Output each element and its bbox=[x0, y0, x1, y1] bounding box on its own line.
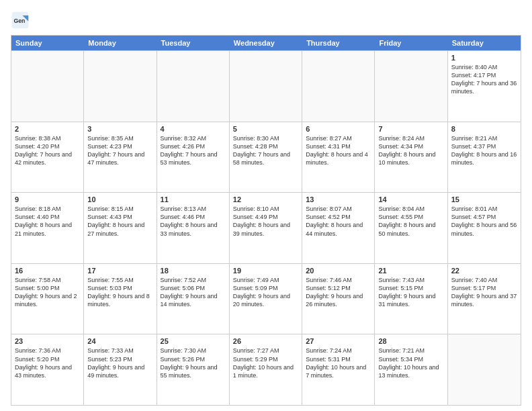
day-cell-4: 4Sunrise: 8:32 AM Sunset: 4:26 PM Daylig… bbox=[157, 122, 230, 193]
day-number: 19 bbox=[233, 267, 298, 275]
day-detail: Sunrise: 7:52 AM Sunset: 5:06 PM Dayligh… bbox=[161, 276, 226, 309]
day-cell-2: 2Sunrise: 8:38 AM Sunset: 4:20 PM Daylig… bbox=[11, 122, 84, 193]
day-cell-5: 5Sunrise: 8:30 AM Sunset: 4:28 PM Daylig… bbox=[230, 122, 302, 193]
day-cell-11: 11Sunrise: 8:13 AM Sunset: 4:46 PM Dayli… bbox=[157, 193, 230, 263]
day-number: 16 bbox=[15, 267, 80, 275]
day-cell-12: 12Sunrise: 8:10 AM Sunset: 4:49 PM Dayli… bbox=[230, 193, 302, 263]
day-detail: Sunrise: 7:49 AM Sunset: 5:09 PM Dayligh… bbox=[233, 276, 298, 309]
logo-icon: Gen bbox=[11, 11, 30, 30]
empty-cell bbox=[11, 51, 84, 122]
logo: Gen bbox=[11, 11, 31, 30]
day-number: 18 bbox=[161, 267, 226, 275]
day-cell-1: 1Sunrise: 8:40 AM Sunset: 4:17 PM Daylig… bbox=[448, 51, 521, 122]
day-detail: Sunrise: 8:18 AM Sunset: 4:40 PM Dayligh… bbox=[15, 205, 80, 238]
day-cell-20: 20Sunrise: 7:46 AM Sunset: 5:12 PM Dayli… bbox=[302, 264, 375, 334]
day-cell-26: 26Sunrise: 7:27 AM Sunset: 5:29 PM Dayli… bbox=[230, 334, 302, 405]
header-day-sunday: Sunday bbox=[11, 36, 84, 50]
calendar-header: SundayMondayTuesdayWednesdayThursdayFrid… bbox=[11, 36, 521, 50]
header: Gen bbox=[11, 11, 521, 30]
day-cell-6: 6Sunrise: 8:27 AM Sunset: 4:31 PM Daylig… bbox=[302, 122, 375, 193]
day-detail: Sunrise: 7:55 AM Sunset: 5:03 PM Dayligh… bbox=[87, 276, 152, 309]
day-detail: Sunrise: 7:58 AM Sunset: 5:00 PM Dayligh… bbox=[15, 276, 80, 309]
day-number: 5 bbox=[233, 125, 298, 133]
svg-text:Gen: Gen bbox=[13, 17, 25, 24]
day-detail: Sunrise: 7:21 AM Sunset: 5:34 PM Dayligh… bbox=[378, 347, 443, 379]
day-detail: Sunrise: 8:10 AM Sunset: 4:49 PM Dayligh… bbox=[233, 205, 298, 238]
header-day-tuesday: Tuesday bbox=[157, 36, 230, 50]
day-detail: Sunrise: 8:24 AM Sunset: 4:34 PM Dayligh… bbox=[378, 134, 443, 167]
day-number: 13 bbox=[306, 195, 371, 203]
empty-cell bbox=[302, 51, 375, 122]
day-detail: Sunrise: 7:43 AM Sunset: 5:15 PM Dayligh… bbox=[378, 276, 443, 309]
header-day-monday: Monday bbox=[84, 36, 157, 50]
day-number: 1 bbox=[451, 54, 517, 62]
week-row-1: 2Sunrise: 8:38 AM Sunset: 4:20 PM Daylig… bbox=[11, 122, 521, 193]
day-detail: Sunrise: 7:46 AM Sunset: 5:12 PM Dayligh… bbox=[306, 276, 371, 309]
day-detail: Sunrise: 8:21 AM Sunset: 4:37 PM Dayligh… bbox=[451, 134, 517, 167]
header-day-thursday: Thursday bbox=[302, 36, 375, 50]
day-number: 10 bbox=[87, 195, 152, 203]
day-cell-18: 18Sunrise: 7:52 AM Sunset: 5:06 PM Dayli… bbox=[157, 264, 230, 334]
day-number: 2 bbox=[15, 125, 80, 133]
day-detail: Sunrise: 8:07 AM Sunset: 4:52 PM Dayligh… bbox=[306, 205, 371, 238]
day-detail: Sunrise: 7:24 AM Sunset: 5:31 PM Dayligh… bbox=[306, 347, 371, 379]
day-cell-24: 24Sunrise: 7:33 AM Sunset: 5:23 PM Dayli… bbox=[84, 334, 157, 405]
day-number: 22 bbox=[451, 267, 517, 275]
day-detail: Sunrise: 8:01 AM Sunset: 4:57 PM Dayligh… bbox=[451, 205, 517, 238]
day-cell-8: 8Sunrise: 8:21 AM Sunset: 4:37 PM Daylig… bbox=[448, 122, 521, 193]
empty-cell bbox=[84, 51, 157, 122]
day-detail: Sunrise: 8:30 AM Sunset: 4:28 PM Dayligh… bbox=[233, 134, 298, 167]
day-number: 27 bbox=[306, 337, 371, 345]
day-detail: Sunrise: 8:13 AM Sunset: 4:46 PM Dayligh… bbox=[161, 205, 226, 238]
day-cell-3: 3Sunrise: 8:35 AM Sunset: 4:23 PM Daylig… bbox=[84, 122, 157, 193]
calendar: SundayMondayTuesdayWednesdayThursdayFrid… bbox=[11, 35, 521, 406]
day-number: 8 bbox=[451, 125, 517, 133]
day-cell-22: 22Sunrise: 7:40 AM Sunset: 5:17 PM Dayli… bbox=[448, 264, 521, 334]
week-row-2: 9Sunrise: 8:18 AM Sunset: 4:40 PM Daylig… bbox=[11, 192, 521, 263]
day-number: 24 bbox=[87, 337, 152, 345]
page: Gen SundayMondayTuesdayWednesdayThursday… bbox=[0, 0, 532, 411]
day-cell-10: 10Sunrise: 8:15 AM Sunset: 4:43 PM Dayli… bbox=[84, 193, 157, 263]
day-number: 11 bbox=[161, 195, 226, 203]
day-number: 14 bbox=[378, 195, 443, 203]
day-cell-25: 25Sunrise: 7:30 AM Sunset: 5:26 PM Dayli… bbox=[157, 334, 230, 405]
empty-cell bbox=[375, 51, 447, 122]
empty-cell bbox=[230, 51, 302, 122]
day-number: 23 bbox=[15, 337, 80, 345]
day-number: 6 bbox=[306, 125, 371, 133]
day-number: 3 bbox=[87, 125, 152, 133]
day-number: 4 bbox=[161, 125, 226, 133]
day-cell-15: 15Sunrise: 8:01 AM Sunset: 4:57 PM Dayli… bbox=[448, 193, 521, 263]
day-number: 9 bbox=[15, 195, 80, 203]
day-cell-19: 19Sunrise: 7:49 AM Sunset: 5:09 PM Dayli… bbox=[230, 264, 302, 334]
day-detail: Sunrise: 8:40 AM Sunset: 4:17 PM Dayligh… bbox=[451, 63, 517, 96]
empty-cell bbox=[157, 51, 230, 122]
calendar-body: 1Sunrise: 8:40 AM Sunset: 4:17 PM Daylig… bbox=[11, 50, 521, 405]
day-number: 26 bbox=[233, 337, 298, 345]
day-detail: Sunrise: 8:38 AM Sunset: 4:20 PM Dayligh… bbox=[15, 134, 80, 167]
day-detail: Sunrise: 8:32 AM Sunset: 4:26 PM Dayligh… bbox=[161, 134, 226, 167]
day-number: 12 bbox=[233, 195, 298, 203]
header-day-saturday: Saturday bbox=[448, 36, 521, 50]
day-number: 20 bbox=[306, 267, 371, 275]
day-detail: Sunrise: 7:40 AM Sunset: 5:17 PM Dayligh… bbox=[451, 276, 517, 309]
header-day-wednesday: Wednesday bbox=[230, 36, 302, 50]
day-detail: Sunrise: 7:27 AM Sunset: 5:29 PM Dayligh… bbox=[233, 347, 298, 379]
day-cell-17: 17Sunrise: 7:55 AM Sunset: 5:03 PM Dayli… bbox=[84, 264, 157, 334]
day-detail: Sunrise: 7:36 AM Sunset: 5:20 PM Dayligh… bbox=[15, 347, 80, 379]
day-detail: Sunrise: 8:35 AM Sunset: 4:23 PM Dayligh… bbox=[87, 134, 152, 167]
day-number: 21 bbox=[378, 267, 443, 275]
day-number: 25 bbox=[161, 337, 226, 345]
day-cell-27: 27Sunrise: 7:24 AM Sunset: 5:31 PM Dayli… bbox=[302, 334, 375, 405]
day-detail: Sunrise: 8:04 AM Sunset: 4:55 PM Dayligh… bbox=[378, 205, 443, 238]
day-number: 17 bbox=[87, 267, 152, 275]
week-row-0: 1Sunrise: 8:40 AM Sunset: 4:17 PM Daylig… bbox=[11, 50, 521, 122]
empty-cell bbox=[448, 334, 521, 405]
day-number: 7 bbox=[378, 125, 443, 133]
day-number: 28 bbox=[378, 337, 443, 345]
day-cell-28: 28Sunrise: 7:21 AM Sunset: 5:34 PM Dayli… bbox=[375, 334, 447, 405]
day-detail: Sunrise: 7:30 AM Sunset: 5:26 PM Dayligh… bbox=[161, 347, 226, 379]
day-number: 15 bbox=[451, 195, 517, 203]
day-detail: Sunrise: 8:27 AM Sunset: 4:31 PM Dayligh… bbox=[306, 134, 371, 167]
day-cell-9: 9Sunrise: 8:18 AM Sunset: 4:40 PM Daylig… bbox=[11, 193, 84, 263]
